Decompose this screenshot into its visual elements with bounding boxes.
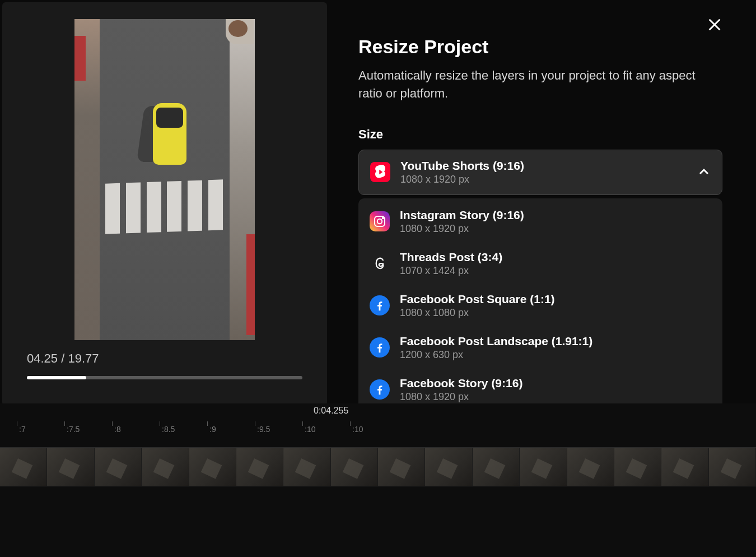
progress-bar[interactable]: [27, 376, 302, 379]
size-label: Size: [358, 127, 722, 142]
timeline-thumbnail: [236, 448, 283, 486]
timeline-thumbnail: [142, 448, 189, 486]
timeline-thumbnail: [331, 448, 378, 486]
timeline-thumbnail: [661, 448, 708, 486]
current-time: 04.25: [27, 351, 58, 365]
size-option-facebook-landscape[interactable]: Facebook Post Landscape (1.91:1) 1200 x …: [360, 327, 721, 369]
timeline-thumbnail: [614, 448, 661, 486]
selected-option-title: YouTube Shorts (9:16): [400, 159, 687, 173]
timeline-thumbnail: [0, 448, 47, 486]
selected-option-dimensions: 1080 x 1920 px: [400, 174, 687, 185]
size-select-trigger[interactable]: YouTube Shorts (9:16) 1080 x 1920 px: [358, 150, 722, 195]
timeline-thumbnail: [520, 448, 567, 486]
svg-point-3: [377, 219, 382, 224]
option-dimensions: 1200 x 630 px: [400, 349, 711, 361]
timeline-thumbnail: [567, 448, 614, 486]
threads-icon: [370, 253, 390, 273]
timeline-thumbnail: [709, 448, 756, 486]
option-title: Facebook Story (9:16): [400, 377, 711, 390]
timeline-thumbnail: [189, 448, 236, 486]
thumbnail-strip[interactable]: [0, 447, 756, 486]
progress-fill: [27, 376, 86, 379]
size-option-threads[interactable]: Threads Post (3:4) 1070 x 1424 px: [360, 243, 721, 285]
chevron-up-icon: [697, 165, 711, 179]
size-option-instagram-story[interactable]: Instagram Story (9:16) 1080 x 1920 px: [360, 201, 721, 243]
total-time: 19.77: [68, 351, 99, 365]
playback-time: 04.25 / 19.77: [27, 351, 302, 366]
timeline-thumbnail: [95, 448, 142, 486]
svg-point-4: [382, 217, 384, 219]
option-title: Facebook Post Landscape (1.91:1): [400, 335, 711, 348]
playhead-timestamp: 0:04.255: [314, 406, 348, 416]
option-dimensions: 1070 x 1424 px: [400, 265, 711, 277]
panel-title: Resize Project: [358, 36, 722, 58]
timeline-thumbnail: [378, 448, 425, 486]
option-dimensions: 1080 x 1080 px: [400, 307, 711, 319]
youtube-shorts-icon: [370, 162, 390, 182]
timeline: 0:04.255 :7 :7.5 :8 :8.5 :9 :9.5 :10 :10: [0, 403, 756, 557]
option-title: Threads Post (3:4): [400, 250, 711, 264]
option-title: Instagram Story (9:16): [400, 208, 711, 222]
close-icon: [707, 17, 722, 33]
timeline-thumbnail: [425, 448, 472, 486]
option-dimensions: 1080 x 1920 px: [400, 391, 711, 403]
close-button[interactable]: [707, 17, 722, 33]
panel-description: Automatically resize the layers in your …: [358, 67, 706, 103]
facebook-icon: [370, 295, 390, 315]
timeline-thumbnail: [283, 448, 330, 486]
video-preview-pane: 04.25 / 19.77: [2, 2, 327, 406]
timeline-thumbnail: [473, 448, 520, 486]
timeline-thumbnail: [47, 448, 94, 486]
option-dimensions: 1080 x 1920 px: [400, 223, 711, 235]
timeline-ruler[interactable]: :7 :7.5 :8 :8.5 :9 :9.5 :10 :10: [0, 424, 756, 440]
video-preview: [74, 19, 255, 340]
size-option-facebook-square[interactable]: Facebook Post Square (1:1) 1080 x 1080 p…: [360, 285, 721, 327]
facebook-icon: [370, 337, 390, 358]
option-title: Facebook Post Square (1:1): [400, 293, 711, 306]
instagram-icon: [370, 211, 390, 231]
facebook-icon: [370, 379, 390, 400]
